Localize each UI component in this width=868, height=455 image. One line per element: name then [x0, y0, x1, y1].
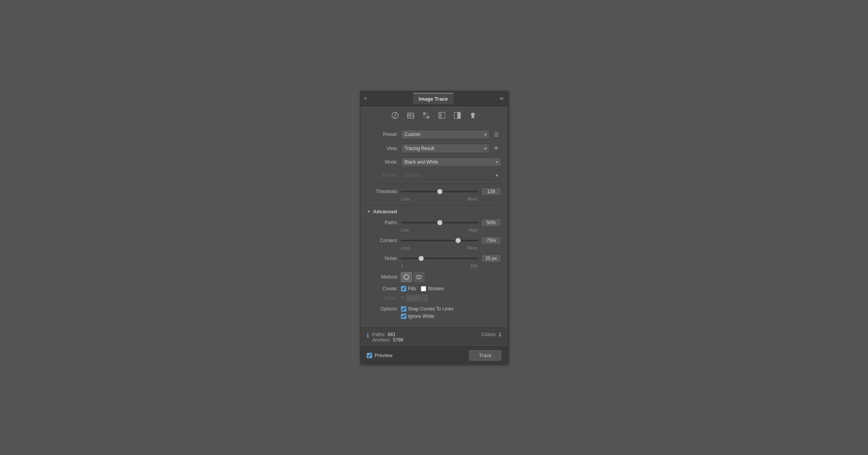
palette-row: Palette: Limited ▼ — [367, 171, 501, 180]
panel-footer: Preview Trace — [360, 347, 508, 364]
noise-label: Noise: — [367, 256, 398, 261]
preset-select[interactable]: Custom Default High Fidelity Photo Low F… — [401, 130, 490, 139]
create-checkboxes: Fills Strokes — [401, 286, 444, 291]
preview-label: Preview — [374, 352, 392, 358]
strokes-checkbox[interactable] — [421, 286, 426, 291]
stats-row-1: Paths: 681 Colors: 1 — [372, 332, 501, 337]
trace-button[interactable]: Trace — [469, 350, 501, 361]
svg-rect-6 — [427, 116, 429, 119]
view-label: View: — [367, 146, 398, 151]
stroke-row: Stroke: ⬍ — [367, 294, 501, 302]
mode-row: Mode: Black and White Grayscale Color ▼ — [367, 157, 501, 167]
svg-point-2 — [409, 114, 410, 115]
mode-select-wrapper: Black and White Grayscale Color ▼ — [401, 157, 501, 167]
threshold-low-label: Less — [401, 197, 410, 201]
corners-high-label: More — [467, 246, 477, 250]
fills-checkbox[interactable] — [401, 286, 406, 291]
advanced-label: Advanced — [373, 209, 397, 214]
noise-value[interactable]: 25 px — [481, 254, 501, 263]
options-label: Options: — [367, 306, 398, 312]
noise-low-label: 1 — [401, 263, 403, 268]
colors-stat-value: 1 — [499, 332, 501, 337]
preset-menu-icon[interactable]: ☰ — [491, 129, 501, 139]
preview-checkbox[interactable] — [367, 353, 372, 358]
palette-label: Palette: — [367, 173, 398, 178]
fills-checkbox-item[interactable]: Fills — [401, 286, 416, 291]
low-fidelity-photo-icon[interactable] — [421, 110, 432, 121]
view-select-wrapper: Tracing Result Outline Outlines with Tra… — [401, 144, 490, 153]
info-icon: ℹ — [367, 332, 369, 339]
snap-curves-checkbox[interactable] — [401, 306, 406, 312]
threshold-slider[interactable] — [401, 191, 479, 192]
svg-rect-4 — [427, 112, 429, 115]
corners-slider[interactable] — [401, 240, 479, 241]
corners-value[interactable]: 75% — [481, 236, 501, 245]
mode-label: Mode: — [367, 159, 398, 165]
auto-color-icon[interactable] — [390, 110, 401, 121]
paths-slider[interactable] — [401, 222, 479, 223]
snap-curves-label: Snap Curves To Lines — [408, 306, 453, 312]
svg-rect-8 — [439, 112, 442, 119]
fills-label: Fills — [408, 286, 416, 291]
paths-value[interactable]: 50% — [481, 218, 501, 227]
image-trace-panel: ✕ Image Trace ≪ Preset: Cus — [360, 91, 508, 364]
corners-row: Corners: 75% Less More — [367, 236, 501, 250]
stats-section: ℹ Paths: 681 Colors: 1 Anchors: 5786 — [360, 328, 508, 347]
svg-rect-3 — [423, 112, 426, 115]
palette-select[interactable]: Limited — [401, 171, 501, 180]
noise-row: Noise: 25 px 1 100 — [367, 254, 501, 268]
view-select[interactable]: Tracing Result Outline Outlines with Tra… — [401, 144, 490, 153]
silhouette-icon[interactable] — [467, 110, 478, 121]
view-preview-icon[interactable]: 👁 — [491, 143, 501, 153]
options-checkboxes: Snap Curves To Lines Ignore White — [401, 306, 453, 319]
snap-curves-checkbox-item[interactable]: Snap Curves To Lines — [401, 306, 453, 312]
corners-low-label: Less — [401, 246, 410, 250]
anchors-stat-label: Anchors: — [372, 337, 390, 343]
create-label: Create: — [367, 286, 398, 291]
stroke-value-input — [405, 294, 429, 302]
colors-stat-label: Colors: — [481, 332, 496, 337]
grayscale-icon[interactable] — [436, 110, 447, 121]
threshold-value[interactable]: 128 — [481, 187, 501, 196]
stroke-label: Stroke: — [367, 295, 398, 301]
strokes-checkbox-item[interactable]: Strokes — [421, 286, 444, 291]
method-row: Method: — [367, 272, 501, 282]
preset-toolbar — [360, 106, 508, 125]
ignore-white-checkbox[interactable] — [401, 314, 406, 319]
noise-high-label: 100 — [470, 263, 477, 268]
view-row: View: Tracing Result Outline Outlines wi… — [367, 143, 501, 153]
close-button[interactable]: ✕ — [364, 96, 367, 101]
high-fidelity-photo-icon[interactable] — [405, 110, 416, 121]
paths-row: Paths: 50% Low High — [367, 218, 501, 232]
svg-rect-10 — [457, 112, 460, 119]
preview-area: Preview — [367, 352, 392, 358]
palette-select-wrapper: Limited ▼ — [401, 171, 501, 180]
collapse-button[interactable]: ≪ — [499, 96, 504, 101]
preset-label: Preset: — [367, 132, 398, 137]
ignore-white-checkbox-item[interactable]: Ignore White — [401, 314, 453, 319]
preset-row: Preset: Custom Default High Fidelity Pho… — [367, 129, 501, 139]
method-buttons — [401, 272, 424, 282]
svg-point-12 — [405, 276, 408, 278]
paths-stat: Paths: 681 — [372, 332, 396, 337]
stats-row-2: Anchors: 5786 — [372, 337, 501, 343]
strokes-label: Strokes — [428, 286, 444, 291]
noise-slider[interactable] — [401, 258, 479, 259]
advanced-section-header[interactable]: ▼ Advanced — [367, 209, 501, 214]
paths-stat-label: Paths: — [372, 332, 385, 337]
threshold-row: Threshold: 128 Less More — [367, 187, 501, 201]
method-overlapping-button[interactable] — [413, 272, 424, 282]
panel-titlebar: ✕ Image Trace ≪ — [360, 91, 508, 106]
advanced-collapse-icon: ▼ — [367, 209, 371, 214]
threshold-high-label: More — [467, 197, 477, 201]
stroke-spinner-icon: ⬍ — [401, 296, 404, 301]
paths-low-label: Low — [401, 228, 409, 232]
black-white-icon[interactable] — [452, 110, 463, 121]
anchors-stat-value: 5786 — [393, 337, 403, 343]
method-abutting-button[interactable] — [401, 272, 412, 282]
options-row: Options: Snap Curves To Lines Ignore Whi… — [367, 306, 501, 319]
preset-select-wrapper: Custom Default High Fidelity Photo Low F… — [401, 130, 490, 139]
paths-label: Paths: — [367, 220, 398, 225]
mode-select[interactable]: Black and White Grayscale Color — [401, 157, 501, 167]
paths-high-label: High — [468, 228, 477, 232]
